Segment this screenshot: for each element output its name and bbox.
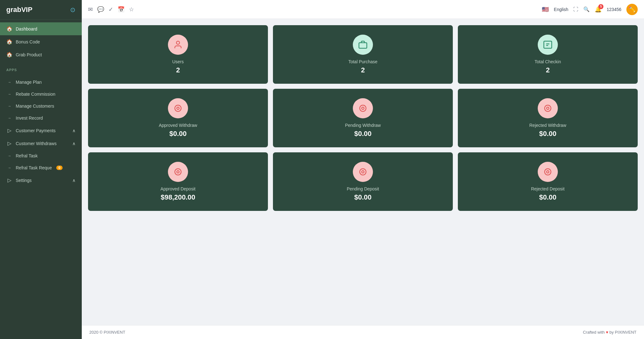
sidebar-item-label: Customer Withdraws [16, 141, 57, 146]
card-total-checkin-label: Total Checkin [535, 59, 561, 64]
heart-icon: ♥ [606, 330, 609, 335]
arrow-icon: → [6, 80, 13, 84]
pending-withdraw-icon-circle [353, 98, 373, 118]
sidebar-main-nav: 🏠 Dashboard 🏠 Bonus Code 🏠 Grab Product [0, 20, 82, 64]
chat-icon[interactable]: 💬 [97, 6, 104, 13]
sidebar-item-customer-withdraws[interactable]: ▷ Customer Withdraws ∧ [0, 137, 82, 150]
arrow-icon: → [6, 104, 13, 108]
svg-point-7 [545, 105, 551, 111]
topbar-nav-icons: ✉ 💬 ✓ 📅 ☆ [88, 6, 537, 13]
card-total-purchase-value: 2 [361, 66, 365, 74]
home-icon: 🏠 [6, 26, 13, 32]
sidebar-item-label: Refral Task [16, 153, 38, 158]
total-checkin-icon-circle [538, 35, 558, 55]
user-avatar[interactable]: ✏️ [626, 4, 638, 15]
card-rejected-withdraw: Rejected Withdraw $0.00 [458, 89, 638, 147]
card-approved-withdraw-label: Approved Withdraw [159, 123, 197, 128]
pending-deposit-icon-circle [353, 162, 373, 182]
card-rejected-deposit: Rejected Deposit $0.00 [458, 152, 638, 211]
play-icon: ▷ [6, 127, 13, 133]
sidebar-item-manage-plan[interactable]: → Manage Plan [0, 76, 82, 88]
check-icon[interactable]: ✓ [108, 6, 113, 13]
chevron-up-icon-3: ∧ [72, 178, 75, 183]
user-id-label: 123456 [607, 7, 621, 12]
sidebar-item-customer-payments[interactable]: ▷ Customer Payments ∧ [0, 124, 82, 137]
card-rejected-withdraw-label: Rejected Withdraw [529, 123, 566, 128]
card-total-purchase-label: Total Purchase [348, 59, 378, 64]
card-total-purchase: Total Purchase 2 [273, 25, 453, 84]
arrow-icon: → [6, 116, 13, 120]
sidebar-item-label: Bonus Code [16, 39, 40, 44]
card-pending-deposit-label: Pending Deposit [347, 186, 379, 191]
star-icon[interactable]: ☆ [129, 6, 134, 13]
sidebar-item-label: Manage Plan [16, 80, 42, 85]
svg-point-12 [362, 171, 364, 173]
notification-bell[interactable]: 🔔 5 [595, 6, 602, 13]
card-rejected-deposit-label: Rejected Deposit [531, 186, 565, 191]
rejected-deposit-icon-circle [538, 162, 558, 182]
total-purchase-icon-circle [353, 35, 373, 55]
svg-point-4 [177, 107, 179, 110]
main-content: ✉ 💬 ✓ 📅 ☆ 🇺🇸 English ⛶ 🔍 🔔 5 123456 ✏️ [82, 0, 644, 339]
mail-icon[interactable]: ✉ [88, 6, 93, 13]
sidebar-item-referral-task[interactable]: → Refral Task [0, 150, 82, 162]
crafted-text: Crafted with ♥ by PIXINVENT [583, 330, 636, 335]
rejected-withdraw-icon-circle [538, 98, 558, 118]
sidebar-item-settings[interactable]: ▷ Settings ∧ [0, 174, 82, 187]
sidebar-item-rebate-commission[interactable]: → Rebate Commission [0, 88, 82, 100]
footer: 2020 © PIXINVENT Crafted with ♥ by PIXIN… [82, 325, 644, 339]
card-users: Users 2 [88, 25, 268, 84]
card-approved-deposit-value: $98,200.00 [161, 193, 195, 201]
app-name: grabVIP [6, 6, 32, 14]
card-pending-withdraw-value: $0.00 [354, 130, 371, 138]
card-rejected-withdraw-value: $0.00 [539, 130, 556, 138]
topbar-right: 🇺🇸 English ⛶ 🔍 🔔 5 123456 ✏️ [542, 4, 638, 15]
svg-point-11 [360, 169, 366, 175]
topbar: ✉ 💬 ✓ 📅 ☆ 🇺🇸 English ⛶ 🔍 🔔 5 123456 ✏️ [82, 0, 644, 19]
svg-point-14 [547, 171, 549, 173]
home-icon-3: 🏠 [6, 52, 13, 58]
svg-point-10 [177, 171, 179, 173]
arrow-icon: → [6, 154, 13, 158]
svg-point-5 [360, 105, 366, 111]
sidebar-item-bonus-code[interactable]: 🏠 Bonus Code [0, 35, 82, 48]
copyright-text: 2020 © PIXINVENT [89, 330, 125, 335]
card-approved-withdraw-value: $0.00 [169, 130, 186, 138]
svg-point-9 [175, 169, 181, 175]
sidebar-logo: grabVIP ⊙ [0, 0, 82, 20]
card-approved-withdraw: Approved Withdraw $0.00 [88, 89, 268, 147]
sidebar-item-referral-task-request[interactable]: → Refral Task Reque 0 [0, 162, 82, 174]
arrow-icon: → [6, 166, 13, 170]
sidebar-item-manage-customers[interactable]: → Manage Customers [0, 100, 82, 112]
apps-section-label: APPS [0, 64, 82, 74]
sidebar-item-label: Grab Product [16, 52, 42, 57]
sidebar-item-label: Customer Payments [16, 128, 56, 133]
approved-deposit-icon-circle [168, 162, 188, 182]
sidebar-item-label: Invest Record [16, 116, 43, 121]
search-icon[interactable]: 🔍 [583, 6, 590, 12]
card-pending-deposit-value: $0.00 [354, 193, 371, 201]
svg-point-0 [176, 41, 180, 44]
sidebar-item-label: Dashboard [16, 26, 37, 31]
chevron-up-icon: ∧ [72, 128, 75, 133]
approved-withdraw-icon-circle [168, 98, 188, 118]
card-approved-deposit-label: Approved Deposit [160, 186, 195, 191]
calendar-icon[interactable]: 📅 [118, 6, 125, 13]
play-icon-3: ▷ [6, 177, 13, 183]
language-label[interactable]: English [554, 7, 568, 12]
sidebar-item-dashboard[interactable]: 🏠 Dashboard [0, 22, 82, 35]
logo-icon: ⊙ [70, 6, 75, 14]
sidebar: grabVIP ⊙ 🏠 Dashboard 🏠 Bonus Code 🏠 Gra… [0, 0, 82, 339]
sidebar-item-invest-record[interactable]: → Invest Record [0, 112, 82, 124]
notification-badge: 5 [598, 4, 603, 9]
fullscreen-icon[interactable]: ⛶ [573, 7, 578, 12]
card-pending-withdraw: Pending Withdraw $0.00 [273, 89, 453, 147]
sidebar-item-label: Refral Task Reque [16, 165, 52, 170]
sidebar-item-label: Settings [16, 178, 32, 183]
sidebar-item-grab-product[interactable]: 🏠 Grab Product [0, 48, 82, 61]
svg-point-8 [547, 107, 549, 110]
flag-icon: 🇺🇸 [542, 6, 549, 13]
referral-request-badge: 0 [56, 166, 63, 170]
stats-grid: Users 2 Total Purchase 2 [88, 25, 638, 211]
users-icon-circle [168, 35, 188, 55]
